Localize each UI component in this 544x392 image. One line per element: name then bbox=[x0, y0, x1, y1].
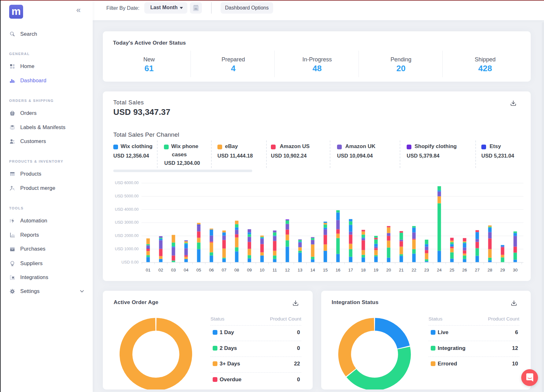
svg-text:02: 02 bbox=[158, 268, 163, 272]
svg-text:08: 08 bbox=[234, 268, 239, 272]
svg-text:USD 4000.00: USD 4000.00 bbox=[115, 207, 139, 212]
svg-text:11: 11 bbox=[272, 268, 277, 272]
svg-text:25: 25 bbox=[449, 268, 454, 272]
svg-text:USD 3000.00: USD 3000.00 bbox=[115, 220, 139, 225]
svg-text:19: 19 bbox=[373, 268, 378, 272]
svg-text:20: 20 bbox=[386, 268, 391, 272]
svg-text:USD 5000.00: USD 5000.00 bbox=[115, 194, 139, 198]
svg-text:USD 6000.00: USD 6000.00 bbox=[115, 181, 139, 185]
svg-text:16: 16 bbox=[335, 268, 340, 272]
svg-text:31: 31 bbox=[194, 7, 198, 10]
svg-text:24: 24 bbox=[437, 268, 442, 272]
svg-text:10: 10 bbox=[259, 268, 264, 272]
svg-text:30: 30 bbox=[513, 268, 517, 272]
svg-text:27: 27 bbox=[475, 268, 479, 272]
svg-text:21: 21 bbox=[399, 268, 403, 272]
svg-text:09: 09 bbox=[247, 268, 252, 272]
svg-text:15: 15 bbox=[323, 268, 328, 272]
svg-text:17: 17 bbox=[348, 268, 353, 272]
svg-text:USD 0.00: USD 0.00 bbox=[122, 260, 139, 264]
svg-text:USD 2000.00: USD 2000.00 bbox=[115, 233, 139, 238]
svg-text:03: 03 bbox=[171, 268, 176, 272]
svg-text:07: 07 bbox=[222, 268, 226, 272]
svg-text:12: 12 bbox=[285, 268, 290, 272]
svg-text:04: 04 bbox=[184, 268, 189, 272]
svg-text:05: 05 bbox=[196, 268, 201, 272]
svg-text:14: 14 bbox=[310, 268, 315, 272]
svg-text:26: 26 bbox=[462, 268, 467, 272]
svg-text:23: 23 bbox=[424, 268, 429, 272]
svg-text:29: 29 bbox=[500, 268, 505, 272]
svg-text:01: 01 bbox=[146, 268, 150, 272]
svg-text:28: 28 bbox=[487, 268, 492, 272]
svg-text:13: 13 bbox=[297, 268, 302, 272]
svg-text:18: 18 bbox=[361, 268, 366, 272]
svg-text:22: 22 bbox=[411, 268, 416, 272]
svg-text:06: 06 bbox=[209, 268, 214, 272]
svg-text:USD 1000.00: USD 1000.00 bbox=[115, 247, 139, 251]
